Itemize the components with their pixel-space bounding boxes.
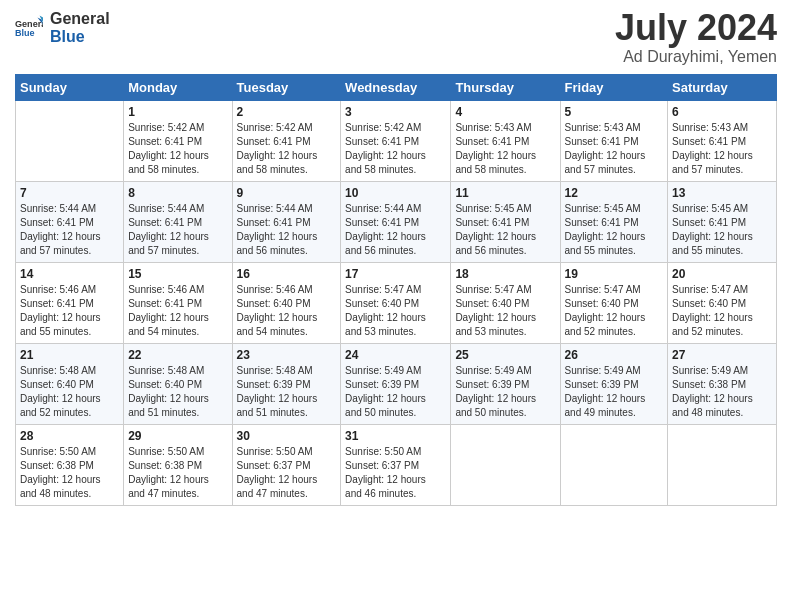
header-cell-friday: Friday <box>560 75 668 101</box>
day-number: 4 <box>455 105 555 119</box>
logo: General Blue General Blue <box>15 10 110 45</box>
day-info: Sunrise: 5:47 AM Sunset: 6:40 PM Dayligh… <box>565 283 664 339</box>
day-number: 17 <box>345 267 446 281</box>
day-info: Sunrise: 5:47 AM Sunset: 6:40 PM Dayligh… <box>672 283 772 339</box>
day-number: 29 <box>128 429 227 443</box>
day-info: Sunrise: 5:49 AM Sunset: 6:39 PM Dayligh… <box>565 364 664 420</box>
calendar-cell: 7Sunrise: 5:44 AM Sunset: 6:41 PM Daylig… <box>16 182 124 263</box>
calendar-cell: 9Sunrise: 5:44 AM Sunset: 6:41 PM Daylig… <box>232 182 341 263</box>
calendar-row-5: 28Sunrise: 5:50 AM Sunset: 6:38 PM Dayli… <box>16 425 777 506</box>
day-number: 13 <box>672 186 772 200</box>
day-number: 28 <box>20 429 119 443</box>
day-number: 27 <box>672 348 772 362</box>
day-number: 18 <box>455 267 555 281</box>
header-cell-saturday: Saturday <box>668 75 777 101</box>
day-info: Sunrise: 5:48 AM Sunset: 6:40 PM Dayligh… <box>20 364 119 420</box>
day-number: 16 <box>237 267 337 281</box>
calendar-cell: 5Sunrise: 5:43 AM Sunset: 6:41 PM Daylig… <box>560 101 668 182</box>
day-info: Sunrise: 5:50 AM Sunset: 6:38 PM Dayligh… <box>128 445 227 501</box>
day-info: Sunrise: 5:50 AM Sunset: 6:37 PM Dayligh… <box>237 445 337 501</box>
calendar-cell: 3Sunrise: 5:42 AM Sunset: 6:41 PM Daylig… <box>341 101 451 182</box>
header-cell-wednesday: Wednesday <box>341 75 451 101</box>
day-number: 24 <box>345 348 446 362</box>
calendar-table: SundayMondayTuesdayWednesdayThursdayFrid… <box>15 74 777 506</box>
day-info: Sunrise: 5:46 AM Sunset: 6:40 PM Dayligh… <box>237 283 337 339</box>
day-number: 21 <box>20 348 119 362</box>
calendar-row-4: 21Sunrise: 5:48 AM Sunset: 6:40 PM Dayli… <box>16 344 777 425</box>
logo-text-general: General <box>50 10 110 28</box>
day-number: 14 <box>20 267 119 281</box>
calendar-cell: 17Sunrise: 5:47 AM Sunset: 6:40 PM Dayli… <box>341 263 451 344</box>
day-info: Sunrise: 5:42 AM Sunset: 6:41 PM Dayligh… <box>345 121 446 177</box>
calendar-cell: 1Sunrise: 5:42 AM Sunset: 6:41 PM Daylig… <box>124 101 232 182</box>
calendar-cell: 23Sunrise: 5:48 AM Sunset: 6:39 PM Dayli… <box>232 344 341 425</box>
calendar-cell: 29Sunrise: 5:50 AM Sunset: 6:38 PM Dayli… <box>124 425 232 506</box>
day-info: Sunrise: 5:50 AM Sunset: 6:38 PM Dayligh… <box>20 445 119 501</box>
calendar-cell: 13Sunrise: 5:45 AM Sunset: 6:41 PM Dayli… <box>668 182 777 263</box>
day-number: 2 <box>237 105 337 119</box>
day-info: Sunrise: 5:42 AM Sunset: 6:41 PM Dayligh… <box>128 121 227 177</box>
calendar-cell: 27Sunrise: 5:49 AM Sunset: 6:38 PM Dayli… <box>668 344 777 425</box>
day-number: 9 <box>237 186 337 200</box>
header-cell-thursday: Thursday <box>451 75 560 101</box>
day-number: 7 <box>20 186 119 200</box>
calendar-cell: 28Sunrise: 5:50 AM Sunset: 6:38 PM Dayli… <box>16 425 124 506</box>
calendar-cell: 22Sunrise: 5:48 AM Sunset: 6:40 PM Dayli… <box>124 344 232 425</box>
day-number: 1 <box>128 105 227 119</box>
logo-text-blue: Blue <box>50 28 110 46</box>
calendar-cell: 24Sunrise: 5:49 AM Sunset: 6:39 PM Dayli… <box>341 344 451 425</box>
day-info: Sunrise: 5:49 AM Sunset: 6:39 PM Dayligh… <box>345 364 446 420</box>
day-number: 11 <box>455 186 555 200</box>
calendar-row-3: 14Sunrise: 5:46 AM Sunset: 6:41 PM Dayli… <box>16 263 777 344</box>
day-info: Sunrise: 5:43 AM Sunset: 6:41 PM Dayligh… <box>565 121 664 177</box>
calendar-cell: 30Sunrise: 5:50 AM Sunset: 6:37 PM Dayli… <box>232 425 341 506</box>
day-info: Sunrise: 5:44 AM Sunset: 6:41 PM Dayligh… <box>237 202 337 258</box>
calendar-cell: 25Sunrise: 5:49 AM Sunset: 6:39 PM Dayli… <box>451 344 560 425</box>
month-title: July 2024 <box>615 10 777 46</box>
calendar-cell: 10Sunrise: 5:44 AM Sunset: 6:41 PM Dayli… <box>341 182 451 263</box>
day-number: 6 <box>672 105 772 119</box>
calendar-cell: 4Sunrise: 5:43 AM Sunset: 6:41 PM Daylig… <box>451 101 560 182</box>
day-info: Sunrise: 5:43 AM Sunset: 6:41 PM Dayligh… <box>672 121 772 177</box>
day-number: 23 <box>237 348 337 362</box>
day-number: 10 <box>345 186 446 200</box>
calendar-cell: 15Sunrise: 5:46 AM Sunset: 6:41 PM Dayli… <box>124 263 232 344</box>
day-info: Sunrise: 5:43 AM Sunset: 6:41 PM Dayligh… <box>455 121 555 177</box>
title-block: July 2024 Ad Durayhimi, Yemen <box>615 10 777 66</box>
calendar-cell: 19Sunrise: 5:47 AM Sunset: 6:40 PM Dayli… <box>560 263 668 344</box>
calendar-row-2: 7Sunrise: 5:44 AM Sunset: 6:41 PM Daylig… <box>16 182 777 263</box>
day-info: Sunrise: 5:44 AM Sunset: 6:41 PM Dayligh… <box>20 202 119 258</box>
calendar-cell: 16Sunrise: 5:46 AM Sunset: 6:40 PM Dayli… <box>232 263 341 344</box>
day-number: 15 <box>128 267 227 281</box>
calendar-cell: 8Sunrise: 5:44 AM Sunset: 6:41 PM Daylig… <box>124 182 232 263</box>
day-info: Sunrise: 5:46 AM Sunset: 6:41 PM Dayligh… <box>128 283 227 339</box>
day-number: 26 <box>565 348 664 362</box>
day-info: Sunrise: 5:50 AM Sunset: 6:37 PM Dayligh… <box>345 445 446 501</box>
day-info: Sunrise: 5:45 AM Sunset: 6:41 PM Dayligh… <box>455 202 555 258</box>
calendar-cell: 11Sunrise: 5:45 AM Sunset: 6:41 PM Dayli… <box>451 182 560 263</box>
day-info: Sunrise: 5:44 AM Sunset: 6:41 PM Dayligh… <box>345 202 446 258</box>
calendar-cell: 20Sunrise: 5:47 AM Sunset: 6:40 PM Dayli… <box>668 263 777 344</box>
day-info: Sunrise: 5:45 AM Sunset: 6:41 PM Dayligh… <box>565 202 664 258</box>
day-info: Sunrise: 5:46 AM Sunset: 6:41 PM Dayligh… <box>20 283 119 339</box>
day-number: 31 <box>345 429 446 443</box>
day-number: 30 <box>237 429 337 443</box>
calendar-cell: 18Sunrise: 5:47 AM Sunset: 6:40 PM Dayli… <box>451 263 560 344</box>
day-info: Sunrise: 5:48 AM Sunset: 6:40 PM Dayligh… <box>128 364 227 420</box>
header-cell-monday: Monday <box>124 75 232 101</box>
header-cell-tuesday: Tuesday <box>232 75 341 101</box>
calendar-cell: 31Sunrise: 5:50 AM Sunset: 6:37 PM Dayli… <box>341 425 451 506</box>
day-number: 12 <box>565 186 664 200</box>
day-info: Sunrise: 5:44 AM Sunset: 6:41 PM Dayligh… <box>128 202 227 258</box>
calendar-cell: 14Sunrise: 5:46 AM Sunset: 6:41 PM Dayli… <box>16 263 124 344</box>
calendar-cell <box>16 101 124 182</box>
day-info: Sunrise: 5:42 AM Sunset: 6:41 PM Dayligh… <box>237 121 337 177</box>
svg-text:General: General <box>15 18 43 28</box>
day-info: Sunrise: 5:47 AM Sunset: 6:40 PM Dayligh… <box>345 283 446 339</box>
svg-text:Blue: Blue <box>15 28 35 38</box>
location-title: Ad Durayhimi, Yemen <box>615 48 777 66</box>
header-cell-sunday: Sunday <box>16 75 124 101</box>
day-number: 22 <box>128 348 227 362</box>
calendar-cell: 21Sunrise: 5:48 AM Sunset: 6:40 PM Dayli… <box>16 344 124 425</box>
header: General Blue General Blue July 2024 Ad D… <box>15 10 777 66</box>
